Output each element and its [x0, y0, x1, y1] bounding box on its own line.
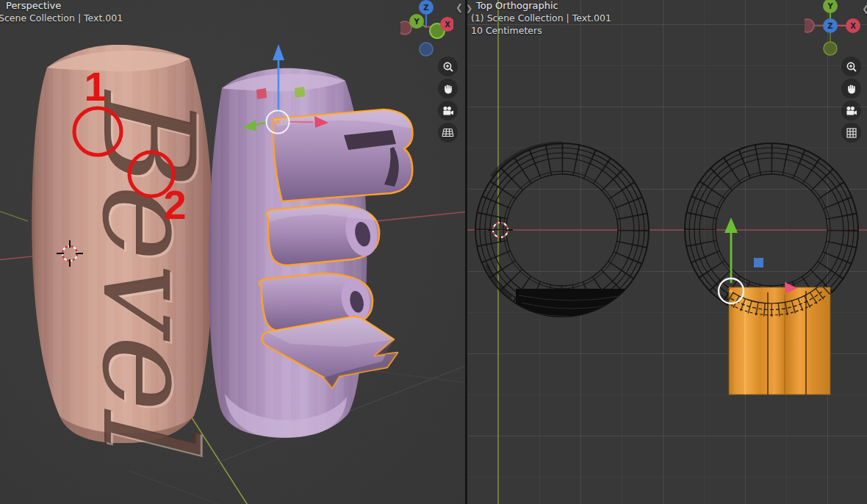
- camera-view-button[interactable]: [438, 101, 458, 120]
- text-object-3d-selected[interactable]: [259, 109, 413, 388]
- header-chevron-icon[interactable]: ❯: [466, 4, 472, 13]
- gizmo-plane-handle-y[interactable]: [295, 87, 305, 98]
- rim-shading: [486, 264, 511, 298]
- viewport-tools-right: [841, 57, 861, 143]
- hand-icon: [442, 83, 454, 95]
- hand-icon: [846, 83, 857, 95]
- gizmo-plane-handle-x[interactable]: [256, 88, 267, 99]
- toggle-orthographic-button[interactable]: [841, 123, 861, 143]
- axis-ball-neg-y[interactable]: [824, 42, 837, 55]
- y-axis-line-far: [0, 210, 28, 221]
- zoom-button[interactable]: [841, 57, 861, 76]
- selected-text-object-top-view[interactable]: [691, 150, 852, 395]
- axis-label-y: Y: [413, 18, 420, 26]
- toggle-perspective-button[interactable]: [438, 123, 458, 143]
- nav-axis-gizmo[interactable]: Z Y X: [400, 0, 453, 59]
- viewport-perspective[interactable]: Bevel Bevel: [0, 0, 465, 504]
- camera-icon: [845, 105, 857, 117]
- orthographic-scene-canvas[interactable]: [467, 0, 867, 504]
- nav-axis-gizmo[interactable]: Y X Z: [805, 0, 863, 59]
- floor-grid-line: [129, 471, 222, 504]
- axis-ball-neg-x[interactable]: [805, 19, 814, 32]
- gizmo-z-arrowhead[interactable]: [273, 44, 284, 60]
- grid-perspective-icon: [442, 127, 454, 138]
- axis-label-z: Z: [827, 22, 832, 30]
- object-origin-dot: [729, 289, 733, 292]
- annotation-label-2: 2: [163, 181, 186, 228]
- axis-label-z: Z: [423, 4, 428, 12]
- zoom-icon: [846, 61, 857, 73]
- perspective-scene-canvas[interactable]: Bevel Bevel: [0, 0, 465, 504]
- grid-orthographic-icon: [846, 127, 857, 139]
- axis-label-x: X: [850, 22, 856, 30]
- object-origin-dot: [276, 120, 279, 123]
- sidebar-toggle-icon[interactable]: ❮: [456, 2, 463, 12]
- camera-icon: [442, 105, 454, 117]
- axis-label-x: X: [445, 21, 450, 29]
- engraved-text-top-view: [516, 289, 627, 329]
- gizmo-y-arrowhead[interactable]: [724, 217, 738, 233]
- pan-button[interactable]: [841, 79, 861, 98]
- gizmo-plane-handle-z[interactable]: [754, 258, 763, 267]
- zoom-icon: [442, 61, 454, 73]
- viewport-tools-left: [438, 57, 458, 143]
- zoom-button[interactable]: [438, 57, 458, 76]
- pan-button[interactable]: [438, 79, 458, 98]
- letter-B[interactable]: [273, 109, 413, 201]
- blender-3d-viewport-split: Bevel Bevel: [0, 0, 867, 504]
- axis-label-y: Y: [827, 2, 833, 10]
- engraved-text-shadow: Bevel: [74, 82, 222, 455]
- letter-e[interactable]: [267, 204, 382, 265]
- annotation-label-1: 1: [84, 63, 107, 109]
- camera-view-button[interactable]: [841, 101, 861, 120]
- viewport-top-orthographic[interactable]: Top Orthographic (1) Scene Collection | …: [467, 0, 867, 504]
- vase-object-pink[interactable]: Bevel Bevel: [32, 45, 224, 457]
- engraved-text: Bevel Bevel: [74, 82, 224, 457]
- axis-ball-neg-z[interactable]: [420, 43, 433, 56]
